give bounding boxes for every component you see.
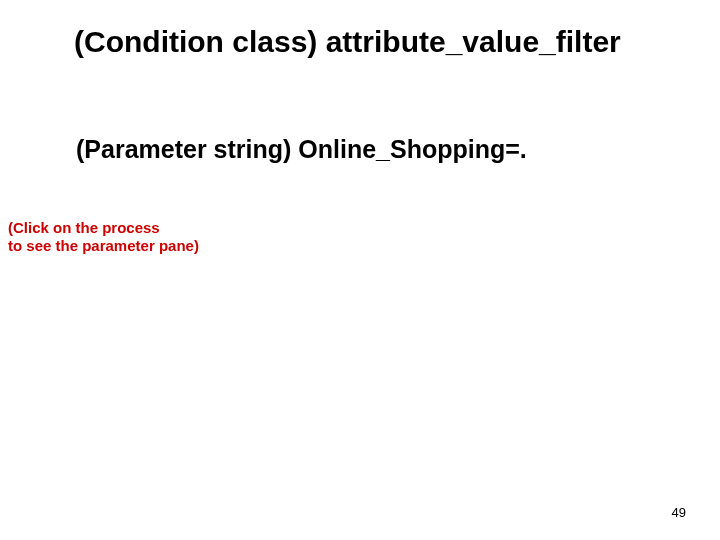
hint-line-1: (Click on the process	[8, 219, 160, 236]
slide-title: (Condition class) attribute_value_filter	[74, 25, 621, 59]
hint-text: (Click on the process to see the paramet…	[8, 219, 199, 255]
page-number: 49	[672, 505, 686, 520]
slide-subtitle: (Parameter string) Online_Shopping=.	[76, 135, 527, 164]
hint-line-2: to see the parameter pane)	[8, 237, 199, 254]
